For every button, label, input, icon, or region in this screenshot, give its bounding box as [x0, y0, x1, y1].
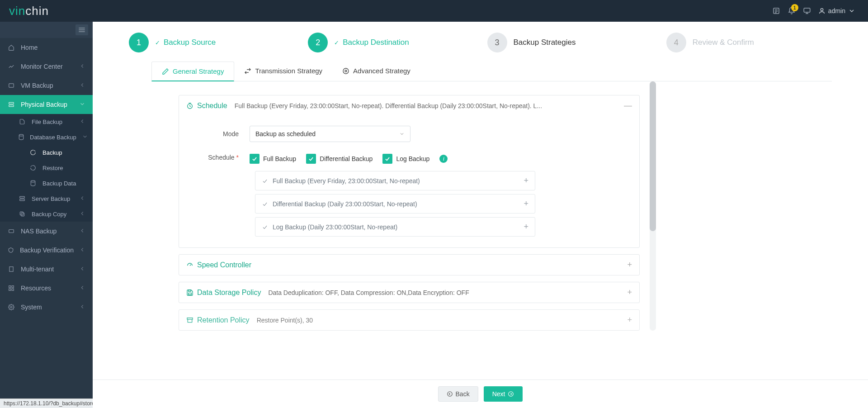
- card-speed-header[interactable]: Speed Controller +: [179, 255, 639, 275]
- mode-label: Mode: [188, 130, 239, 138]
- notification-badge: 1: [791, 4, 798, 11]
- expand-icon: +: [627, 315, 632, 325]
- svg-rect-36: [189, 290, 191, 291]
- mode-select[interactable]: Backup as scheduled: [250, 126, 410, 142]
- svg-rect-37: [187, 318, 193, 319]
- step-label: Review & Confirm: [693, 38, 754, 47]
- info-icon[interactable]: i: [439, 155, 448, 163]
- check-label: Log Backup: [396, 155, 429, 162]
- schedule-item-label: Log Backup (Daily 23:00:00Start, No-repe…: [273, 223, 397, 231]
- sidebar-item-label: NAS Backup: [21, 228, 74, 235]
- sidebar-item-verify[interactable]: Backup Verification: [0, 241, 93, 260]
- schedule-item-full[interactable]: Full Backup (Every Friday, 23:00:00Start…: [255, 171, 535, 190]
- svg-point-26: [10, 306, 12, 308]
- sidebar-item-resources[interactable]: Resources: [0, 279, 93, 298]
- schedule-item-label: Full Backup (Every Friday, 23:00:00Start…: [273, 177, 420, 185]
- svg-point-14: [19, 134, 23, 136]
- sidebar-item-nas[interactable]: NAS Backup: [0, 222, 93, 241]
- check-diff[interactable]: Differential Backup: [306, 154, 373, 164]
- card-retention-header[interactable]: Retention Policy Restore Point(s), 30 +: [179, 310, 639, 330]
- sidebar-item-label: Physical Backup: [21, 101, 74, 108]
- step-2[interactable]: 2 ✓Backup Destination: [308, 33, 473, 52]
- tab-label: Transmission Strategy: [255, 67, 322, 75]
- bell-icon[interactable]: 1: [784, 3, 799, 19]
- chevron-left-icon: [79, 195, 85, 203]
- sidebar-item-backupcopy[interactable]: Backup Copy: [0, 206, 93, 222]
- list-icon[interactable]: [769, 3, 784, 19]
- strategy-tabs: General Strategy Transmission Strategy A…: [151, 62, 832, 81]
- sidebar-item-label: Backup Data: [42, 180, 85, 187]
- svg-rect-25: [12, 289, 14, 290]
- wizard-footer: Back Next: [93, 380, 868, 408]
- scrollbar-track[interactable]: [650, 81, 656, 331]
- sidebar-item-home[interactable]: Home: [0, 38, 93, 57]
- sidebar-item-backupdata[interactable]: Backup Data: [0, 176, 93, 191]
- monitor-icon[interactable]: [799, 3, 815, 19]
- archive-icon: [186, 317, 193, 324]
- step-number: 1: [129, 33, 149, 52]
- sidebar-item-tenant[interactable]: Multi-tenant: [0, 260, 93, 279]
- tab-transmission[interactable]: Transmission Strategy: [234, 62, 332, 81]
- back-label: Back: [456, 390, 470, 398]
- check-log[interactable]: Log Backup: [382, 154, 429, 164]
- sidebar-item-label: Server Backup: [32, 195, 74, 202]
- card-storage-header[interactable]: Data Storage Policy Data Deduplication: …: [179, 282, 639, 303]
- schedule-item-label: Differential Backup (Daily 23:00:00Start…: [273, 200, 417, 208]
- step-number: 4: [666, 33, 686, 52]
- sidebar-item-backup[interactable]: Backup: [0, 145, 93, 160]
- sidebar-item-vmbackup[interactable]: VM Backup: [0, 76, 93, 95]
- back-button[interactable]: Back: [438, 386, 478, 402]
- plus-icon: +: [524, 222, 528, 232]
- chevron-left-icon: [79, 228, 85, 235]
- step-1[interactable]: 1 ✓Backup Source: [129, 33, 294, 52]
- card-summary: Restore Point(s), 30: [257, 317, 623, 324]
- svg-point-39: [509, 392, 514, 397]
- svg-rect-24: [9, 289, 11, 290]
- card-schedule-header[interactable]: Schedule Full Backup (Every Friday, 23:0…: [179, 95, 639, 116]
- arrow-left-icon: [447, 391, 453, 397]
- step-number: 2: [308, 33, 328, 52]
- sidebar-item-physical[interactable]: Physical Backup: [0, 95, 93, 114]
- chevron-left-icon: [79, 118, 85, 126]
- server-icon: [18, 195, 26, 202]
- schedule-item-log[interactable]: Log Backup (Daily 23:00:00Start, No-repe…: [255, 217, 535, 237]
- svg-rect-16: [20, 196, 25, 198]
- user-menu[interactable]: admin: [815, 7, 859, 14]
- sidebar-item-monitor[interactable]: Monitor Center: [0, 57, 93, 76]
- chart-icon: [7, 63, 15, 70]
- home-icon: [7, 44, 15, 51]
- card-title: Speed Controller: [197, 261, 251, 269]
- shield-icon: [7, 247, 14, 253]
- hamburger-icon[interactable]: [75, 24, 88, 35]
- vm-icon: [7, 82, 15, 89]
- step-3[interactable]: 3 Backup Strategies: [487, 33, 653, 52]
- next-button[interactable]: Next: [484, 386, 523, 402]
- sidebar-item-serverbackup[interactable]: Server Backup: [0, 191, 93, 206]
- sidebar-item-label: File Backup: [32, 119, 74, 125]
- svg-rect-11: [9, 84, 14, 87]
- check-label: Full Backup: [263, 155, 296, 162]
- sidebar-item-system[interactable]: System: [0, 298, 93, 317]
- svg-rect-23: [12, 286, 14, 288]
- chevron-left-icon: [79, 304, 85, 311]
- tab-advanced[interactable]: Advanced Strategy: [332, 62, 420, 81]
- card-title: Data Storage Policy: [197, 289, 261, 297]
- svg-rect-4: [804, 8, 810, 12]
- scrollbar-thumb[interactable]: [650, 81, 656, 231]
- nas-icon: [7, 228, 15, 234]
- tab-general[interactable]: General Strategy: [151, 62, 234, 81]
- schedule-item-diff[interactable]: Differential Backup (Daily 23:00:00Start…: [255, 194, 535, 213]
- check-label: Differential Backup: [320, 155, 373, 162]
- svg-rect-35: [189, 293, 192, 294]
- expand-icon: +: [627, 260, 632, 270]
- chevron-left-icon: [79, 82, 85, 90]
- svg-point-15: [31, 180, 35, 182]
- svg-line-33: [190, 106, 191, 106]
- gear-icon: [7, 304, 15, 310]
- sidebar-item-filebackup[interactable]: File Backup: [0, 114, 93, 129]
- save-icon: [186, 289, 193, 296]
- sidebar-item-dbbackup[interactable]: Database Backup: [0, 129, 93, 145]
- sidebar-item-restore[interactable]: Restore: [0, 160, 93, 176]
- copy-icon: [18, 211, 26, 217]
- check-full[interactable]: Full Backup: [250, 154, 296, 164]
